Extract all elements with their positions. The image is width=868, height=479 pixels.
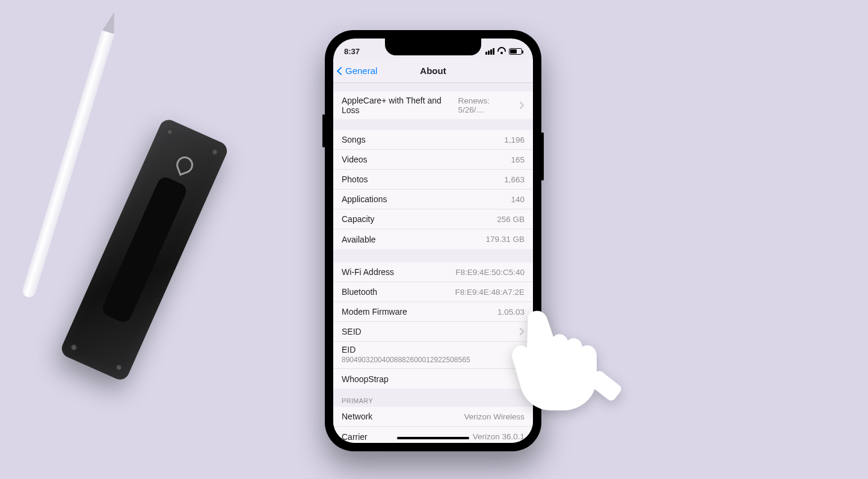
row-seid[interactable]: SEID [333,322,533,342]
battery-icon [509,48,522,55]
applecare-value: Renews: 5/26/… [458,96,516,114]
wifi-value: F8:E9:4E:50:C5:40 [455,268,525,277]
capacity-value: 256 GB [497,215,525,224]
available-value: 179.31 GB [485,235,525,244]
photos-label: Photos [342,175,368,184]
row-network: Network Verizon Wireless [333,407,533,427]
section-header-primary: PRIMARY [333,389,533,407]
apps-label: Applications [342,194,387,204]
page-title: About [420,66,446,76]
row-applications: Applications 140 [333,190,533,209]
row-accessory[interactable]: WhoopStrap [333,369,533,389]
network-label: Network [342,412,372,421]
wifi-icon [497,47,506,55]
home-indicator[interactable] [397,437,469,439]
chevron-right-icon [520,328,525,335]
pocketknife-prop [59,117,230,383]
carrier-label: Carrier [342,432,368,442]
available-label: Available [342,235,376,244]
seid-label: SEID [342,327,362,336]
svg-rect-0 [587,369,623,403]
row-applecare[interactable]: AppleCare+ with Theft and Loss Renews: 5… [333,91,533,119]
eid-label: EID [342,345,525,354]
accessory-label: WhoopStrap [342,374,389,384]
videos-value: 165 [511,155,525,164]
row-capacity: Capacity 256 GB [333,209,533,229]
bt-value: F8:E9:4E:48:A7:2E [455,288,525,297]
wifi-label: Wi-Fi Address [342,267,394,277]
capacity-label: Capacity [342,214,374,224]
songs-value: 1,196 [504,135,525,144]
row-eid: EID 89049032004008882600012922508565 [333,342,533,369]
chevron-right-icon [520,102,525,109]
row-available: Available 179.31 GB [333,229,533,249]
back-label: General [345,66,377,76]
network-value: Verizon Wireless [464,412,525,421]
settings-list[interactable]: AppleCare+ with Theft and Loss Renews: 5… [333,83,533,443]
cellular-icon [485,48,494,55]
row-photos: Photos 1,663 [333,170,533,190]
photos-value: 1,663 [504,175,525,184]
row-modem-firmware: Modem Firmware 1.05.03 [333,302,533,322]
carrier-value: Verizon 36.0.1 [473,432,525,441]
videos-label: Videos [342,155,368,164]
iphone-frame: 8:37 General About AppleCare+ with Theft… [325,30,541,451]
notch [385,39,481,55]
row-wifi-address: Wi-Fi Address F8:E9:4E:50:C5:40 [333,262,533,282]
songs-label: Songs [342,135,366,144]
row-videos: Videos 165 [333,150,533,170]
status-time: 8:37 [344,47,360,56]
nav-bar: General About [333,59,533,83]
row-bluetooth: Bluetooth F8:E9:4E:48:A7:2E [333,282,533,302]
bt-label: Bluetooth [342,287,377,297]
apps-value: 140 [511,195,525,204]
eid-value: 89049032004008882600012922508565 [342,356,525,364]
back-button[interactable]: General [338,59,377,82]
modem-label: Modem Firmware [342,307,407,317]
row-songs: Songs 1,196 [333,130,533,150]
modem-value: 1.05.03 [497,307,525,317]
chevron-left-icon [337,66,345,75]
row-carrier[interactable]: Carrier Verizon 36.0.1 [333,427,533,443]
chevron-right-icon [520,375,525,383]
screen: 8:37 General About AppleCare+ with Theft… [333,39,533,443]
applecare-label: AppleCare+ with Theft and Loss [342,96,458,115]
